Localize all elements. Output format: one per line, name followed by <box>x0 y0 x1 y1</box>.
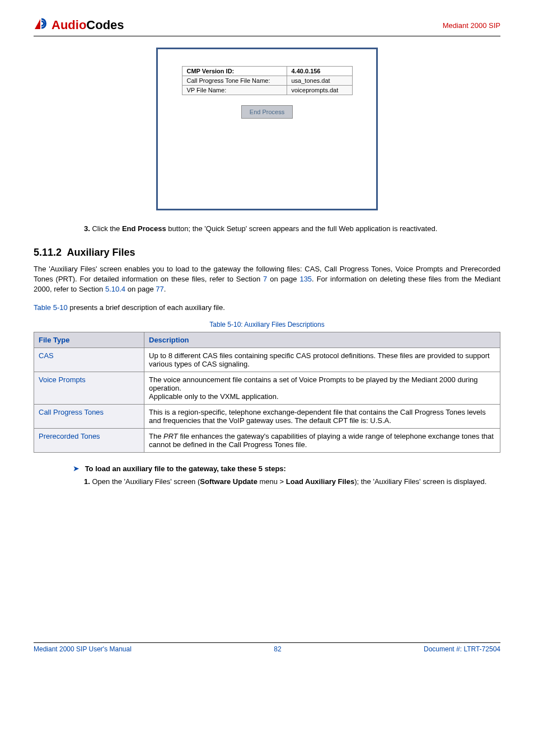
prt-italic: PRT <box>163 432 178 440</box>
load-instructions: ➤ To load an auxiliary file to the gatew… <box>73 464 500 473</box>
auxiliary-files-table: File Type Description CAS Up to 8 differ… <box>34 332 500 453</box>
step-3-part2: button; the 'Quick Setup' screen appears… <box>166 224 438 233</box>
step-3-text: 3. Click the End Process button; the 'Qu… <box>84 224 500 233</box>
vp-filename-label: VP File Name: <box>182 86 287 95</box>
load-step-1-number: 1. <box>84 477 90 486</box>
embedded-screenshot: CMP Version ID:4.40.0.156 Call Progress … <box>156 48 378 210</box>
vp-filename-value: voiceprompts.dat <box>287 86 352 95</box>
step-3-bold: End Process <box>122 224 166 233</box>
footer-page-number: 82 <box>274 645 281 653</box>
row-label-cas: CAS <box>34 348 144 372</box>
table-row: Voice Prompts The voice announcement fil… <box>34 372 500 404</box>
end-process-button[interactable]: End Process <box>241 105 293 119</box>
step-3-part1: Click the <box>92 224 121 233</box>
step-3-number: 3. <box>84 224 90 233</box>
cpt-filename-value: usa_tones.dat <box>287 76 352 86</box>
table-header-description: Description <box>144 332 500 348</box>
para2-t1: presents a brief description of each aux… <box>68 303 225 312</box>
cpt-filename-label: Call Progress Tone File Name: <box>182 76 287 86</box>
prt-post: file enhances the gateway's capabilities… <box>149 432 494 449</box>
arrow-icon: ➤ <box>73 464 79 473</box>
link-table-5-10[interactable]: Table 5-10 <box>34 303 68 312</box>
table-caption: Table 5-10: Auxiliary Files Descriptions <box>34 321 500 328</box>
load-step-t1: Open the 'Auxiliary Files' screen ( <box>92 477 200 486</box>
row-desc-voice-prompts: The voice announcement file contains a s… <box>144 372 500 404</box>
load-step-1: 1. Open the 'Auxiliary Files' screen (So… <box>84 477 500 486</box>
load-title: To load an auxiliary file to the gateway… <box>85 464 286 473</box>
load-step-t2: menu > <box>257 477 286 486</box>
cmp-version-label: CMP Version ID: <box>182 67 287 76</box>
section-heading: 5.11.2 Auxiliary Files <box>34 247 500 259</box>
prt-pre: The <box>149 432 163 440</box>
header-product: Mediant 2000 SIP <box>443 21 500 30</box>
table-row: CAS Up to 8 different CAS files containi… <box>34 348 500 372</box>
table-row: Prerecorded Tones The PRT file enhances … <box>34 428 500 452</box>
logo-icon <box>34 17 49 34</box>
load-step-b2: Load Auxiliary Files <box>286 477 354 486</box>
footer-right: Document #: LTRT-72504 <box>424 645 500 653</box>
row-label-voice-prompts: Voice Prompts <box>34 372 144 404</box>
link-section-5104[interactable]: 5.10.4 <box>105 285 125 293</box>
footer-left: Mediant 2000 SIP User's Manual <box>34 645 132 653</box>
page-header: AudioCodes Mediant 2000 SIP <box>34 17 500 36</box>
logo-text: AudioCodes <box>51 18 124 32</box>
link-page-77[interactable]: 77 <box>156 285 163 293</box>
para1-t4: on page <box>125 285 156 293</box>
row-label-prt: Prerecorded Tones <box>34 428 144 452</box>
page-footer: Mediant 2000 SIP User's Manual 82 Docume… <box>34 642 500 653</box>
table-row: Call Progress Tones This is a region-spe… <box>34 404 500 428</box>
paragraph-1: The 'Auxiliary Files' screen enables you… <box>34 264 500 295</box>
logo: AudioCodes <box>34 17 124 34</box>
version-info-table: CMP Version ID:4.40.0.156 Call Progress … <box>182 66 353 95</box>
row-desc-cpt: This is a region-specific, telephone exc… <box>144 404 500 428</box>
row-label-cpt: Call Progress Tones <box>34 404 144 428</box>
section-number: 5.11.2 <box>34 247 62 258</box>
paragraph-2: Table 5-10 presents a brief description … <box>34 303 500 313</box>
para1-t5: . <box>164 285 166 293</box>
cmp-version-value: 4.40.0.156 <box>287 67 352 76</box>
row-desc-prt: The PRT file enhances the gateway's capa… <box>144 428 500 452</box>
row-desc-cas: Up to 8 different CAS files containing s… <box>144 348 500 372</box>
load-step-t3: ); the 'Auxiliary Files' screen is displ… <box>354 477 486 486</box>
section-title: Auxiliary Files <box>67 247 135 258</box>
link-page-135[interactable]: 135 <box>299 275 312 283</box>
para1-t2: on page <box>267 275 299 283</box>
load-step-b1: Software Update <box>200 477 257 486</box>
table-header-filetype: File Type <box>34 332 144 348</box>
